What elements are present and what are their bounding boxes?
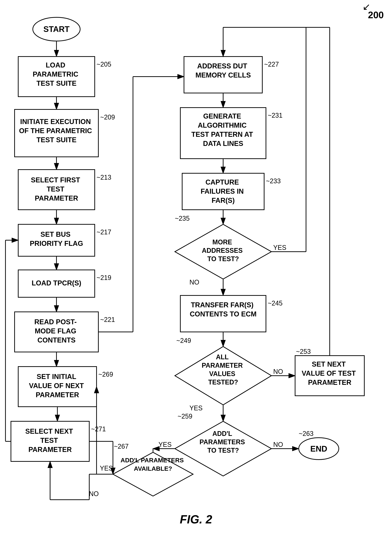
ref-219: ~219 [97, 274, 111, 281]
node-219-label: LOAD TPCR(S) [32, 279, 81, 287]
end-label: END [310, 444, 327, 453]
ref-269: ~269 [98, 371, 113, 378]
start-label: START [43, 25, 70, 33]
ref-271: ~271 [91, 425, 106, 433]
yes-249: YES [189, 404, 203, 412]
ref-221: ~221 [100, 316, 115, 323]
no-267: NO [89, 490, 99, 497]
ref-249: ~249 [176, 337, 191, 344]
ref-217: ~217 [97, 228, 111, 236]
no-259: NO [273, 441, 283, 448]
ref-231: ~231 [268, 112, 283, 119]
ref-263: ~263 [299, 430, 313, 437]
ref-227: ~227 [264, 61, 279, 68]
ref-209: ~209 [100, 114, 115, 121]
no-249: NO [273, 368, 283, 375]
ref-235: ~235 [175, 215, 190, 222]
no-235: NO [189, 278, 199, 286]
node-269-label: SET INITIAL VALUE OF NEXT PARAMETER [29, 373, 86, 399]
yes-235: YES [273, 244, 286, 251]
ref-253: ~253 [296, 348, 311, 355]
ref-205: ~205 [97, 61, 111, 68]
diagram-container: 200 ↙ START LOAD PARAMETRIC TEST SUITE ~… [0, 0, 392, 534]
svg-text:↙: ↙ [363, 1, 370, 12]
figure-label: FIG. 2 [180, 513, 212, 526]
ref-245: ~245 [268, 300, 283, 307]
ref-259: ~259 [177, 413, 192, 420]
node-221-label: READ POST- MODE FLAG CONTENTS [34, 318, 79, 344]
ref-213: ~213 [97, 174, 111, 181]
ref-233: ~233 [266, 177, 281, 185]
ref-267: ~267 [114, 443, 129, 450]
yes-259: YES [159, 441, 172, 448]
yes-267: YES [100, 464, 113, 472]
